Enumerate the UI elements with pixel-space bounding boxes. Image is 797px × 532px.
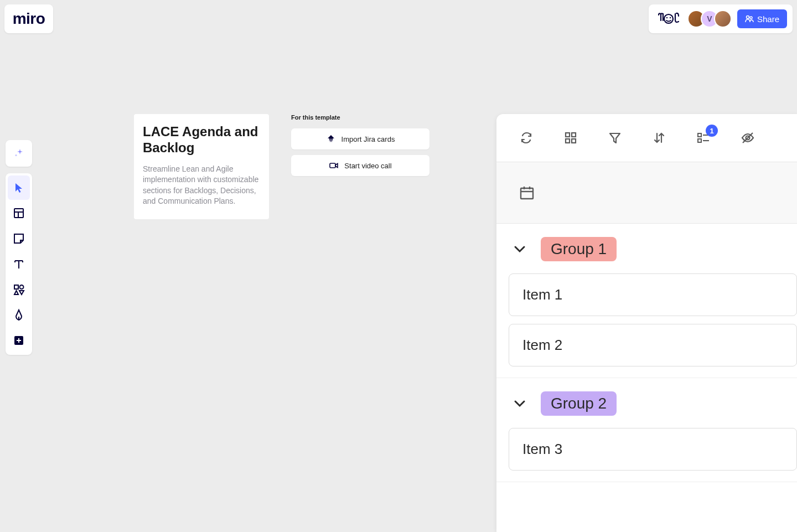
share-label: Share (757, 14, 779, 24)
share-button[interactable]: Share (737, 9, 787, 28)
text-icon (12, 257, 25, 271)
sort-icon (652, 131, 666, 145)
list-item[interactable]: Item 1 (509, 273, 797, 316)
svg-point-0 (664, 14, 673, 23)
svg-rect-19 (566, 133, 570, 137)
tool-sticky-note[interactable] (8, 226, 30, 251)
chevron-down-icon (512, 396, 527, 411)
svg-point-1 (666, 17, 667, 18)
panel-grid-button[interactable] (563, 130, 578, 146)
import-jira-button[interactable]: Import Jira cards (291, 128, 429, 149)
refresh-icon (519, 131, 534, 145)
svg-rect-29 (521, 188, 533, 199)
group-header-2[interactable]: Group 2 (496, 391, 797, 416)
sticky-note-icon (12, 232, 25, 245)
svg-point-13 (20, 285, 24, 289)
template-actions: For this template Import Jira cards Star… (291, 114, 429, 176)
shapes-icon (12, 283, 25, 296)
filter-icon (608, 131, 622, 145)
group-header-1[interactable]: Group 1 (496, 237, 797, 261)
cursor-icon (12, 181, 25, 194)
right-panel: 1 Group 1 Item 1 (496, 114, 797, 532)
panel-filter-button[interactable] (607, 130, 623, 146)
import-jira-label: Import Jira cards (341, 135, 395, 143)
group-badge: 1 (706, 125, 718, 137)
start-video-button[interactable]: Start video call (291, 155, 429, 176)
tool-text[interactable] (8, 252, 30, 276)
pen-icon (12, 308, 25, 322)
panel-toolbar: 1 (496, 114, 797, 162)
svg-rect-25 (698, 139, 701, 142)
presence-avatars[interactable]: V (687, 10, 732, 28)
svg-rect-18 (330, 163, 335, 168)
svg-rect-20 (572, 133, 576, 137)
avatar-letter: V (707, 14, 712, 23)
share-people-icon (745, 14, 754, 23)
chevron-down-icon (512, 241, 527, 257)
group-chip-1[interactable]: Group 1 (541, 237, 617, 261)
panel-sort-button[interactable] (651, 130, 667, 146)
top-right-toolbar: V Share (649, 4, 793, 33)
ai-sparkle-button[interactable] (6, 140, 32, 167)
avatar-user-3[interactable] (714, 10, 732, 28)
panel-visibility-button[interactable] (740, 130, 755, 146)
left-toolbar (6, 173, 32, 355)
panel-date-header[interactable] (496, 162, 797, 224)
panel-group-button[interactable]: 1 (696, 130, 711, 146)
reactions-icon (655, 11, 681, 27)
group-section-1: Group 1 Item 1 Item 2 (496, 224, 797, 378)
eye-off-icon (741, 131, 755, 145)
tool-more[interactable] (8, 328, 30, 353)
svg-point-3 (746, 16, 749, 19)
grid-icon (563, 131, 578, 145)
sparkle-icon (12, 147, 25, 160)
jira-icon (326, 134, 336, 144)
tool-templates[interactable] (8, 201, 30, 225)
video-icon (329, 161, 339, 171)
template-actions-label: For this template (291, 114, 429, 121)
logo-box[interactable]: miro (4, 4, 53, 33)
tool-shapes[interactable] (8, 277, 30, 302)
logo-text: miro (13, 10, 45, 28)
group-section-2: Group 2 Item 3 (496, 378, 797, 482)
svg-rect-12 (14, 285, 18, 289)
plus-icon (12, 334, 25, 347)
list-item[interactable]: Item 2 (509, 324, 797, 366)
svg-point-4 (750, 17, 752, 19)
template-title: LACE Agenda and Backlog (143, 124, 260, 156)
template-grid-icon (12, 206, 25, 220)
template-description: Streamline Lean and Agile implementation… (143, 164, 260, 207)
calendar-icon (519, 184, 535, 201)
svg-rect-21 (566, 139, 570, 143)
reactions-button[interactable] (654, 9, 682, 28)
svg-rect-22 (572, 139, 576, 143)
panel-body: Group 1 Item 1 Item 2 Group 2 Item 3 (496, 224, 797, 482)
panel-refresh-button[interactable] (519, 130, 534, 146)
svg-point-2 (670, 17, 671, 18)
tool-select[interactable] (8, 175, 30, 200)
group-chip-2[interactable]: Group 2 (541, 391, 617, 416)
tool-pen[interactable] (8, 303, 30, 327)
list-item[interactable]: Item 3 (509, 428, 797, 471)
start-video-label: Start video call (344, 162, 391, 170)
svg-rect-23 (698, 133, 701, 137)
template-info-card: LACE Agenda and Backlog Streamline Lean … (134, 114, 269, 219)
